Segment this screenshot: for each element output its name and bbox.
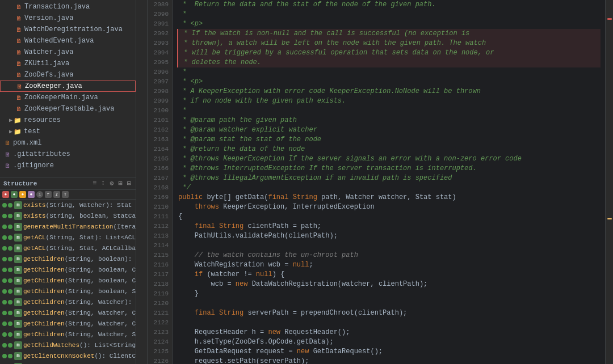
code-line-2110: throws KeeperException, InterruptedExcep… — [177, 202, 601, 212]
struct-item-label-11: getChildren(String, Watcher, ChildrenCal… — [23, 320, 136, 327]
struct-item-label-13: getChildWatches(): List<String> — [23, 342, 136, 349]
code-line-2169: public byte[] getData(final String path,… — [177, 193, 601, 202]
struct-item-11[interactable]: mgetChildren(String, Watcher, ChildrenCa… — [0, 318, 136, 329]
code-line-2096: * — [177, 67, 601, 77]
line-num-2169: 2169 — [148, 193, 169, 202]
code-line-2089: * Return the data and the stat of the no… — [177, 0, 601, 10]
line-num-2167: 2167 — [148, 173, 169, 183]
filter-icon-2[interactable]: ● — [11, 191, 18, 198]
line-num-2119: 2119 — [148, 289, 169, 299]
struct-item-9[interactable]: mgetChildren(String, Watcher): List<Stri… — [0, 297, 136, 307]
struct-item-10[interactable]: mgetChildren(String, Watcher, Children2C… — [0, 307, 136, 318]
code-line-2122 — [177, 318, 601, 328]
filter-icon-1[interactable]: ● — [2, 191, 9, 198]
struct-item-14[interactable]: mgetClientCnxnSocket(): ClientCnxnSocket — [0, 350, 136, 361]
tree-item-transaction[interactable]: 🗎Transaction.java — [0, 1, 136, 12]
filter-icon-6[interactable]: f — [45, 191, 52, 198]
struct-item-1[interactable]: mexists(String, boolean, StatCallback, O… — [0, 210, 136, 221]
line-num-2111: 2111 — [148, 212, 169, 222]
tree-item-zoodefs[interactable]: 🗎ZooDefs.java — [0, 69, 136, 81]
struct-item-label-6: getChildren(String, boolean, Children2Ca… — [23, 266, 136, 273]
struct-item-2[interactable]: mgenerateMultiTransaction(Iterable<Op>):… — [0, 221, 136, 232]
code-line-2099: * if no node with the given path exists. — [177, 96, 601, 106]
struct-item-13[interactable]: mgetChildWatches(): List<String> — [0, 340, 136, 350]
tree-item-test[interactable]: ▶📁test — [0, 126, 136, 137]
struct-item-4[interactable]: mgetACL(String, Stat, ACLCallback, Objec… — [0, 243, 136, 253]
tree-item-label-gitattributes: .gitattributes — [13, 150, 70, 158]
struct-item-label-0: exists(String, Watcher): Stat — [23, 202, 132, 209]
struct-item-6[interactable]: mgetChildren(String, boolean, Children2C… — [0, 264, 136, 275]
line-num-2114: 2114 — [148, 241, 169, 251]
tree-item-zookeeper[interactable]: 🗎ZooKeeper.java — [0, 81, 136, 92]
settings-btn[interactable]: ⚙ — [108, 179, 115, 188]
code-line-2095: * deletes the node. — [177, 58, 601, 67]
tree-item-watcher[interactable]: 🗎Watcher.java — [0, 46, 136, 58]
code-line-2120 — [177, 299, 601, 308]
code-line-2093: * thrown), a watch will be left on the n… — [177, 39, 601, 48]
line-num-2164: 2164 — [148, 145, 169, 154]
code-line-2166: * @throws InterruptedException If the se… — [177, 164, 601, 173]
struct-item-8[interactable]: mgetChildren(String, boolean, Stat): Lis… — [0, 286, 136, 297]
code-line-2125: GetDataRequest request = new GetDataRequ… — [177, 347, 601, 357]
tree-item-zkutil[interactable]: 🗎ZKUtil.java — [0, 58, 136, 69]
tree-item-label-version: Version.java — [24, 14, 73, 22]
filter-icon-5[interactable]: i — [36, 191, 43, 198]
struct-item-label-9: getChildren(String, Watcher): List<Strin… — [23, 299, 136, 306]
left-gutter — [136, 0, 148, 364]
code-content[interactable]: * Return the data and the stat of the no… — [173, 0, 605, 364]
sort-btn[interactable]: ↕ — [100, 179, 106, 188]
struct-item-label-14: getClientCnxnSocket(): ClientCnxnSocket — [23, 353, 136, 359]
line-num-2101: 2101 — [148, 116, 169, 125]
struct-item-7[interactable]: mgetChildren(String, boolean, ChildrenCa… — [0, 275, 136, 286]
structure-list[interactable]: mexists(String, Watcher): Statmexists(St… — [0, 200, 136, 364]
tree-item-zookeepermain[interactable]: 🗎ZooKeeperMain.java — [0, 92, 136, 103]
code-line-2113: PathUtils.validatePath(clientPath); — [177, 231, 601, 241]
filter-icon-7[interactable]: I — [53, 191, 60, 198]
line-num-2168: 2168 — [148, 183, 169, 193]
struct-item-label-2: generateMultiTransaction(Iterable<Op>): … — [23, 223, 136, 230]
struct-item-label-4: getACL(String, Stat, ACLCallback, Object… — [23, 245, 136, 252]
tree-item-label-watchderegistration: WatchDeregistration.java — [24, 26, 123, 33]
tree-item-zookeeperstable[interactable]: 🗎ZooKeeperTestable.java — [0, 103, 136, 115]
tree-item-label-pomxml: pom.xml — [13, 139, 41, 147]
struct-item-label-1: exists(String, boolean, StatCallback, Ob… — [23, 213, 136, 219]
scroll-indicator-yellow — [607, 218, 612, 219]
line-num-2094: 2094 — [148, 48, 169, 58]
struct-item-15[interactable]: mgetClientConfig(): ZKClientConfig — [0, 361, 136, 364]
tree-item-watchedevent[interactable]: 🗎WatchedEvent.java — [0, 35, 136, 46]
code-line-2165: * @throws KeeperException If the server … — [177, 154, 601, 164]
filter-icon-3[interactable]: ● — [19, 191, 26, 198]
structure-title: Structure — [3, 180, 37, 187]
tree-item-resources[interactable]: ▶📁resources — [0, 115, 136, 126]
tree-item-pomxml[interactable]: 🗎pom.xml — [0, 137, 136, 149]
line-num-2120: 2120 — [148, 299, 169, 308]
line-num-2165: 2165 — [148, 154, 169, 164]
gutter-area — [136, 0, 147, 364]
struct-item-0[interactable]: mexists(String, Watcher): Stat — [0, 200, 136, 210]
sort-alpha-btn[interactable]: ≡ — [91, 179, 98, 188]
code-line-2164: * @return the data of the node — [177, 145, 601, 154]
struct-item-12[interactable]: mgetChildren(String, Watcher, Stat): Lis… — [0, 329, 136, 340]
expand-btn[interactable]: ⊞ — [117, 179, 124, 188]
structure-header: Structure ≡ ↕ ⚙ ⊞ ⊟ — [0, 177, 136, 190]
struct-item-5[interactable]: mgetChildren(String, boolean): List<Stri… — [0, 253, 136, 264]
filter-icon-4[interactable]: ● — [28, 191, 35, 198]
code-line-2167: * @throws IllegalArgumentException if an… — [177, 173, 601, 183]
filter-icon-8[interactable]: T — [62, 191, 69, 198]
scroll-indicator-red — [607, 18, 612, 20]
file-tree[interactable]: 🗎Transaction.java🗎Version.java🗎WatchDere… — [0, 0, 136, 177]
struct-item-3[interactable]: mgetACL(String, Stat): List<ACL> — [0, 232, 136, 243]
code-line-2098: * A KeeperException with error code Keep… — [177, 87, 601, 96]
tree-item-version[interactable]: 🗎Version.java — [0, 12, 136, 24]
tree-item-label-watcher: Watcher.java — [24, 48, 73, 56]
code-line-2094: * will be triggered by a successful oper… — [177, 48, 601, 58]
line-num-2093: 2093 — [148, 39, 169, 48]
line-num-2122: 2122 — [148, 318, 169, 328]
tree-item-gitattributes[interactable]: 🗎.gitattributes — [0, 149, 136, 160]
struct-item-label-3: getACL(String, Stat): List<ACL> — [23, 234, 136, 241]
line-num-2118: 2118 — [148, 280, 169, 289]
code-line-2163: * @param stat the stat of the node — [177, 135, 601, 145]
tree-item-watchderegistration[interactable]: 🗎WatchDeregistration.java — [0, 24, 136, 35]
tree-item-gitignore[interactable]: 🗎.gitignore — [0, 160, 136, 171]
collapse-btn[interactable]: ⊟ — [126, 179, 132, 188]
